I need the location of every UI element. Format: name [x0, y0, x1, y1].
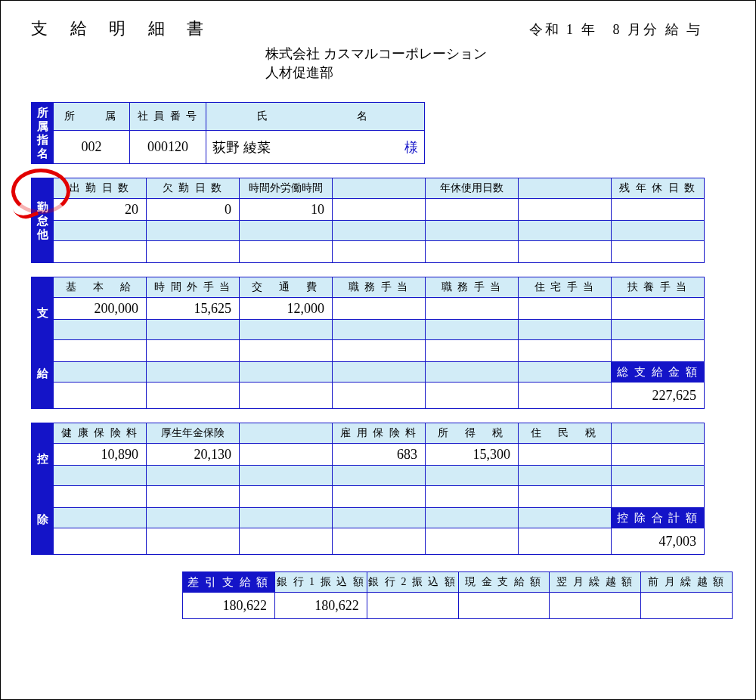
table-cell: [54, 221, 147, 241]
company-dept: 人材促進部: [265, 63, 733, 82]
table-cell: [147, 528, 240, 555]
pay-h-5: 住 宅 手 当: [519, 277, 612, 298]
table-cell: [333, 466, 426, 486]
ded-h-3: 雇 用 保 険 料: [333, 423, 426, 444]
pay-v-6: [612, 298, 705, 320]
table-cell: [426, 528, 519, 555]
pay-h-1: 時 間 外 手 当: [147, 277, 240, 298]
ded-v-3: 683: [333, 444, 426, 466]
pay-v-0: 200,000: [54, 298, 147, 320]
table-cell: [426, 383, 519, 409]
att-h-2: 時間外労働時間: [240, 178, 333, 199]
net-v-4: [550, 593, 641, 619]
pay-h-2: 交 通 費: [240, 277, 333, 298]
ded-v-2: [240, 444, 333, 466]
net-v-5: [641, 593, 733, 619]
deduction-section: 控 除 健 康 保 険 料 厚生年金保険 雇 用 保 険 料 所 得 税 住 民…: [31, 423, 733, 555]
table-cell: [240, 528, 333, 555]
table-cell: [147, 383, 240, 409]
table-cell: [147, 340, 240, 362]
table-cell: [519, 466, 612, 486]
net-h-0: 差 引 支 給 額: [183, 572, 275, 593]
table-cell: [519, 241, 612, 263]
table-cell: [519, 320, 612, 340]
table-cell: [333, 362, 426, 383]
payment-total-label: 総 支 給 金 額: [612, 362, 705, 383]
table-cell: [240, 340, 333, 362]
net-h-2: 銀 行 2 振 込 額: [367, 572, 458, 593]
net-h-1: 銀 行 1 振 込 額: [274, 572, 367, 593]
table-cell: [333, 320, 426, 340]
att-v-2: 10: [240, 199, 333, 221]
ded-h-5: 住 民 税: [519, 423, 612, 444]
table-cell: [519, 528, 612, 555]
table-cell: [333, 508, 426, 528]
ded-v-1: 20,130: [147, 444, 240, 466]
table-cell: [612, 241, 705, 263]
payment-slab: 支 給: [32, 277, 54, 409]
deduction-table: 控 除 健 康 保 険 料 厚生年金保険 雇 用 保 険 料 所 得 税 住 民…: [31, 423, 705, 555]
ded-v-4: 15,300: [426, 444, 519, 466]
ded-v-6: [612, 444, 705, 466]
table-cell: [54, 362, 147, 383]
table-cell: [240, 508, 333, 528]
pay-v-3: [333, 298, 426, 320]
attendance-table: 勤怠他 出 勤 日 数 欠 勤 日 数 時間外労働時間 年休使用日数 残 年 休…: [31, 178, 705, 263]
att-h-1: 欠 勤 日 数: [147, 178, 240, 199]
att-h-4: 年休使用日数: [426, 178, 519, 199]
pay-h-3: 職 務 手 当: [333, 277, 426, 298]
pay-h-0: 基 本 給: [54, 277, 147, 298]
info-empno: 000120: [130, 130, 206, 164]
table-cell: [54, 320, 147, 340]
table-cell: [54, 528, 147, 555]
payment-slab-1: 支: [33, 306, 51, 320]
table-cell: [426, 320, 519, 340]
table-cell: [240, 383, 333, 409]
att-v-1: 0: [147, 199, 240, 221]
deduction-slab-2: 除: [33, 513, 51, 526]
company-name: 株式会社 カスマルコーポレーション: [265, 45, 733, 63]
payment-total: 227,625: [612, 383, 705, 409]
deduction-slab-1: 控: [33, 452, 51, 466]
table-cell: [54, 340, 147, 362]
table-cell: [333, 528, 426, 555]
att-h-6: 残 年 休 日 数: [612, 178, 705, 199]
attendance-section: 勤怠他 出 勤 日 数 欠 勤 日 数 時間外労働時間 年休使用日数 残 年 休…: [31, 178, 733, 263]
table-cell: [519, 508, 612, 528]
pay-period: 令和 1 年 8 月分 給 与: [529, 20, 703, 39]
table-cell: [240, 466, 333, 486]
ded-h-1: 厚生年金保険: [147, 423, 240, 444]
net-v-2: [367, 593, 458, 619]
att-h-0: 出 勤 日 数: [54, 178, 147, 199]
table-cell: [612, 221, 705, 241]
deduction-total-label: 控 除 合 計 額: [612, 508, 705, 528]
ded-h-2: [240, 423, 333, 444]
table-cell: [240, 362, 333, 383]
table-cell: [612, 340, 705, 362]
ded-h-0: 健 康 保 険 料: [54, 423, 147, 444]
table-cell: [54, 466, 147, 486]
pay-v-5: [519, 298, 612, 320]
netpay-table: 差 引 支 給 額 銀 行 1 振 込 額 銀 行 2 振 込 額 現 金 支 …: [182, 571, 733, 619]
table-cell: [333, 383, 426, 409]
table-cell: [519, 340, 612, 362]
table-cell: [333, 486, 426, 508]
pay-h-4: 職 務 手 当: [426, 277, 519, 298]
netpay-section: 差 引 支 給 額 銀 行 1 振 込 額 銀 行 2 振 込 額 現 金 支 …: [182, 571, 733, 619]
ded-v-0: 10,890: [54, 444, 147, 466]
table-cell: [240, 221, 333, 241]
table-cell: [426, 340, 519, 362]
pay-v-4: [426, 298, 519, 320]
table-cell: [240, 241, 333, 263]
table-cell: [426, 221, 519, 241]
table-cell: [54, 383, 147, 409]
table-cell: [426, 362, 519, 383]
net-v-1: 180,622: [274, 593, 367, 619]
table-cell: [426, 508, 519, 528]
ded-v-5: [519, 444, 612, 466]
info-name: 荻野 綾菜: [206, 138, 271, 156]
ded-h-6: [612, 423, 705, 444]
page-title: 支 給 明 細 書: [31, 17, 212, 40]
info-name-cell: 荻野 綾菜 様: [206, 130, 425, 164]
info-section: 所属指名 所 属 社 員 番 号 氏 名 002 000120 荻野 綾菜 様: [31, 102, 733, 164]
